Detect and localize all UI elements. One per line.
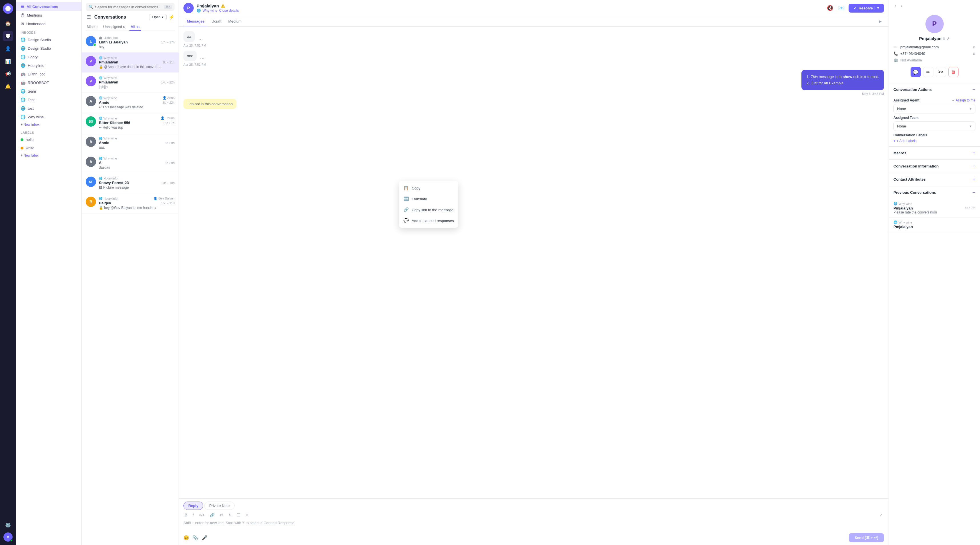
- new-conversation-btn[interactable]: 💬: [911, 67, 921, 77]
- nav-icon-campaigns[interactable]: 📢: [3, 69, 13, 79]
- prev-conv-item[interactable]: 🌐 Why wine Pmjalalyan 5d • 7m Please rat…: [889, 199, 980, 217]
- contact-card: P Pmjalalyan ℹ ↗ ✉ pmjalalyan@gmail.com …: [889, 9, 980, 83]
- tab-mine[interactable]: Mine 0: [86, 23, 99, 30]
- copy-email-btn[interactable]: ⧉: [973, 45, 975, 49]
- chat-tab-ucraft[interactable]: Ucraft: [208, 16, 225, 26]
- delete-btn[interactable]: 🗑: [948, 67, 959, 77]
- nav-icon-conversations[interactable]: 💬: [3, 31, 13, 41]
- tabs-more-arrow[interactable]: ▶: [877, 17, 884, 26]
- context-menu-copy[interactable]: 📋 Copy: [399, 183, 458, 193]
- msg-options-btn[interactable]: ⋯: [199, 56, 206, 61]
- list-btn[interactable]: ☰: [236, 512, 242, 518]
- conv-actions-title: Conversation Actions: [893, 88, 932, 92]
- sidebar-inbox-test2[interactable]: 🌐 test: [16, 104, 81, 113]
- emoji-btn[interactable]: 😊: [183, 535, 189, 540]
- bold-btn[interactable]: B: [183, 512, 189, 518]
- audio-btn[interactable]: 🎤: [202, 535, 207, 540]
- conv-item[interactable]: A 🌐Why wine👤 Anna Annie 8d • 22h ↩ This …: [82, 92, 178, 113]
- send-btn[interactable]: Send (⌘ + ↵): [849, 533, 884, 542]
- sidebar-item-mentions[interactable]: @ Mentions: [16, 11, 81, 19]
- sidebar-inbox-why-wine[interactable]: 🌐 Why wine: [16, 113, 81, 121]
- new-inbox-btn[interactable]: + New inbox: [16, 121, 81, 128]
- nav-icon-reports[interactable]: 📊: [3, 56, 13, 66]
- nav-icon-contacts[interactable]: 👤: [3, 43, 13, 54]
- link-btn[interactable]: 🔗: [208, 512, 216, 518]
- copy-phone-btn[interactable]: ⧉: [973, 52, 975, 56]
- status-dropdown[interactable]: Open ▾: [149, 14, 167, 20]
- add-labels-btn[interactable]: + + Add Labels: [893, 139, 975, 143]
- sidebar-item-all-conversations[interactable]: ☰ All Conversations: [16, 2, 81, 11]
- avatar: SF: [86, 177, 96, 187]
- undo-btn[interactable]: ↺: [219, 512, 224, 518]
- prev-conv-item[interactable]: 🌐 Why wine Pmjalalyan: [889, 217, 980, 232]
- close-details-link[interactable]: Close details: [219, 9, 239, 13]
- tab-unassigned[interactable]: Unassigned 6: [102, 23, 126, 30]
- code-btn[interactable]: </>: [198, 512, 206, 518]
- sidebar-inbox-design-studio-1[interactable]: 🌐 Design Studio: [16, 35, 81, 44]
- sidebar-label-white[interactable]: white: [16, 144, 81, 152]
- sidebar-inbox-hoory-info[interactable]: 🌐 Hoory.info: [16, 61, 81, 70]
- redo-btn[interactable]: ↻: [227, 512, 233, 518]
- mute-btn[interactable]: 🔇: [826, 4, 834, 12]
- sidebar-label-hello[interactable]: hello: [16, 135, 81, 144]
- conv-item[interactable]: B 🌐Hoory.info👤 Gev Balyan Balgev 15d • 1…: [82, 193, 178, 214]
- msg-options-btn[interactable]: ⋯: [197, 37, 204, 42]
- sidebar-item-unattended[interactable]: ✉ Unattended: [16, 19, 81, 28]
- sidebar-inbox-rroobbot[interactable]: 🤖 RROOBBOT: [16, 78, 81, 87]
- new-label-btn[interactable]: + New label: [16, 152, 81, 159]
- nav-icon-settings[interactable]: ⚙️: [3, 520, 13, 530]
- team-dropdown[interactable]: None ▾: [893, 121, 975, 131]
- send-email-btn[interactable]: 📧: [837, 4, 846, 12]
- tab-all[interactable]: All 11: [129, 23, 141, 30]
- conv-item[interactable]: BS 🌐Why wine👤 Pouria Bitter-Silence-556 …: [82, 113, 178, 133]
- contact-link-icon[interactable]: ↗: [946, 36, 950, 41]
- hamburger-btn[interactable]: ☰: [86, 13, 92, 21]
- conv-item[interactable]: P 🌐Why wine Pmjalalyan 14d • 22h jhjhjjh: [82, 73, 178, 92]
- conv-info-header[interactable]: Conversation Information +: [889, 160, 980, 173]
- conv-item[interactable]: A 🌐Why wine Annie 8d • 8d aaa: [82, 133, 178, 153]
- user-avatar[interactable]: A: [3, 532, 13, 542]
- context-menu-canned[interactable]: 💬 Add to canned responses: [399, 215, 458, 226]
- context-menu-copy-link[interactable]: 🔗 Copy link to the message: [399, 204, 458, 215]
- attach-btn[interactable]: 📎: [192, 535, 198, 540]
- chat-tab-messages[interactable]: Messages: [183, 16, 208, 26]
- agent-dropdown[interactable]: None ▾: [893, 104, 975, 113]
- private-note-tab-btn[interactable]: Private Note: [204, 502, 235, 510]
- panel-nav-right[interactable]: ›: [899, 3, 903, 9]
- sidebar-inbox-team[interactable]: 🌐 team: [16, 87, 81, 96]
- chat-tab-medium[interactable]: Medium: [225, 16, 245, 26]
- prev-conv-header[interactable]: Previous Conversations −: [889, 186, 980, 199]
- conv-item[interactable]: A 🌐Why wine A 8d • 8d dasdas: [82, 153, 178, 173]
- conv-item[interactable]: SF 🌐Hoory.info Snowy-Forest-23 10d • 10d…: [82, 173, 178, 193]
- nav-icon-notifications[interactable]: 🔔: [3, 81, 13, 91]
- nav-icon-home[interactable]: 🏠: [3, 18, 13, 29]
- reply-tab-btn[interactable]: Reply: [183, 502, 203, 510]
- expand-btn[interactable]: ⤢: [878, 512, 884, 518]
- app-logo[interactable]: [3, 3, 13, 14]
- sidebar-inbox-test[interactable]: 🌐 Test: [16, 96, 81, 104]
- resolve-btn[interactable]: ✓ Resolve ▾: [849, 4, 884, 13]
- contact-attributes-header[interactable]: Contact Attributes +: [889, 173, 980, 186]
- panel-nav-left[interactable]: ‹: [893, 3, 897, 9]
- merge-btn[interactable]: >>: [936, 67, 946, 77]
- conv-actions-header[interactable]: Conversation Actions −: [889, 83, 980, 96]
- conv-item[interactable]: P 🌐Why wine Pmjalalyan 8d • 21h 🔒 @Anna …: [82, 53, 178, 73]
- edit-contact-btn[interactable]: ✏: [923, 67, 934, 77]
- contact-attributes-plus-icon: +: [972, 176, 975, 182]
- conv-item[interactable]: L 🤖Lilithh_bot Lilith Li Jalalyan 17h • …: [82, 33, 178, 53]
- context-menu-translate[interactable]: 🔤 Translate: [399, 193, 458, 204]
- search-bar[interactable]: 🔍 ⌘K: [86, 3, 175, 11]
- msg-bubble-wrap-outgoing: 1. This message is to show rich text for…: [802, 70, 884, 90]
- sidebar-inbox-hoory[interactable]: 🌐 Hoory: [16, 53, 81, 61]
- macros-header[interactable]: Macros +: [889, 147, 980, 159]
- filter-btn[interactable]: ⚡: [169, 14, 175, 20]
- copy-icon: 📋: [403, 185, 409, 191]
- sidebar-inbox-design-studio-2[interactable]: 🌐 Design Studio: [16, 44, 81, 53]
- sidebar-inbox-lilithh-bot[interactable]: 🤖 Lilithh_bot: [16, 70, 81, 78]
- conv-info: 🌐Hoory.info👤 Gev Balyan Balgev 15d • 11d…: [99, 197, 175, 210]
- inbox-link[interactable]: Why wine: [202, 9, 218, 13]
- assign-to-me-btn[interactable]: → Assign to me: [951, 98, 975, 102]
- search-input[interactable]: [95, 5, 162, 9]
- ordered-list-btn[interactable]: ≡: [245, 512, 249, 518]
- italic-btn[interactable]: I: [191, 512, 195, 518]
